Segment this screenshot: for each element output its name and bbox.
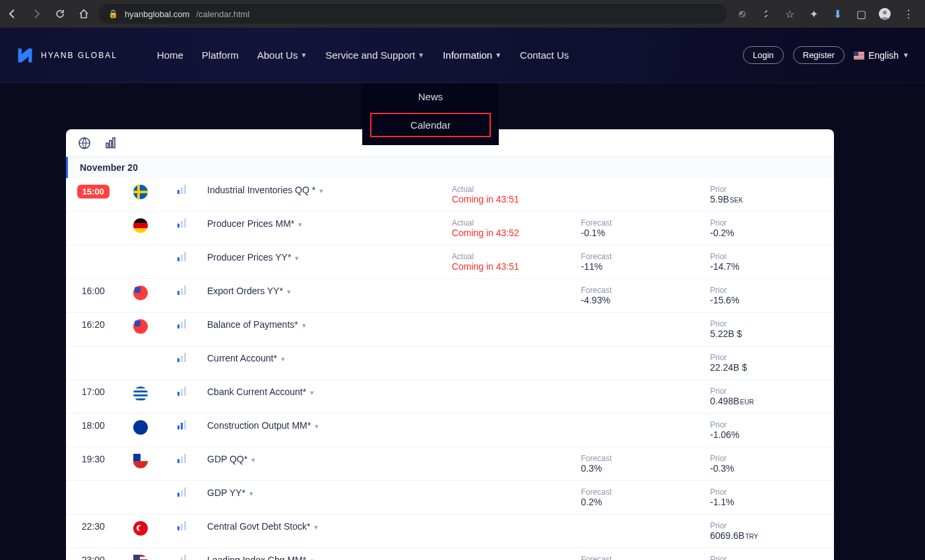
event-name: Industrial Inventories QQ *▾ [202,178,447,212]
calendar-card: November 20 15:00Industrial Inventories … [66,129,834,560]
importance-icon [177,319,186,328]
event-name: Construction Output MM*▾ [202,414,447,447]
chevron-down-icon: ▾ [298,220,302,228]
chevron-down-icon: ▼ [495,51,501,59]
download-icon[interactable]: ⬇ [831,8,843,20]
nav-support[interactable]: Service and Support▼ [325,49,424,61]
prior-label: Prior [710,218,829,228]
forecast-label: Forecast [581,555,700,560]
event-name: Current Account*▾ [202,346,447,380]
site-header: HYANB GLOBAL Home Platform About Us▼ Ser… [0,28,925,83]
prior-value: -14.7% [710,261,739,272]
table-row[interactable]: Producer Prices MM*▾ActualComing in 43:5… [66,212,834,245]
forecast-value: 0.3% [581,463,602,474]
table-row[interactable]: Producer Prices YY*▾ActualComing in 43:5… [66,245,834,279]
forecast-value: 0.2% [581,497,602,507]
nav-about[interactable]: About Us▼ [257,49,307,61]
dropdown-calendar[interactable]: Calendar [370,113,491,137]
actual-value: Coming in 43:51 [452,261,519,272]
prior-value: 5.9BSEK [710,194,743,204]
table-row[interactable]: 16:20Balance of Payments*▾Prior5.22B $ [66,313,834,346]
prior-value: 6069.6BTRY [710,530,758,541]
window-icon[interactable]: ▢ [855,8,867,20]
prior-label: Prior [710,286,829,295]
information-dropdown: News Calendar [362,83,499,145]
actual-label: Actual [452,218,571,228]
forward-icon[interactable] [30,8,42,20]
table-row[interactable]: 23:00Leading Index Chg MM*▾Forecast-0.7%… [66,548,834,561]
importance-icon [177,521,186,530]
forecast-label: Forecast [581,487,700,497]
kebab-icon[interactable]: ⋮ [903,8,914,20]
prior-value: 22.24B $ [710,362,747,373]
forecast-value: -11% [581,261,603,272]
calendar-table: 15:00Industrial Inventories QQ *▾ActualC… [66,178,834,560]
register-button[interactable]: Register [793,46,845,64]
event-name: Central Govt Debt Stock*▾ [202,514,447,548]
table-row[interactable]: 22:30Central Govt Debt Stock*▾Prior6069.… [66,514,834,548]
dropdown-news[interactable]: News [362,83,499,110]
forecast-label: Forecast [581,218,700,228]
importance-icon [177,420,186,429]
chevron-down-icon: ▾ [251,456,255,464]
prior-value: -1.1% [710,497,734,507]
calendar-date: November 20 [66,157,834,178]
nav-home[interactable]: Home [157,49,183,61]
flag-se-icon [133,185,148,199]
svg-rect-4 [110,140,112,148]
table-row[interactable]: Current Account*▾Prior22.24B $ [66,346,834,380]
profile-icon[interactable] [879,8,891,20]
actual-value: Coming in 43:51 [452,194,519,204]
translate-icon[interactable]: ⎋ [736,8,748,20]
lock-icon: 🔒 [108,9,118,18]
nav-platform[interactable]: Platform [202,49,239,61]
language-label: English [868,50,899,61]
chevron-down-icon: ▾ [310,389,314,396]
event-name: GDP YY*▾ [202,481,447,514]
table-row[interactable]: 16:00Export Orders YY*▾Forecast-4.93%Pri… [66,279,834,313]
table-row[interactable]: 17:00Cbank Current Account*▾Prior0.498BE… [66,380,834,414]
importance-icon [177,487,186,497]
reload-icon[interactable] [54,8,66,20]
prior-label: Prior [710,319,829,328]
chevron-down-icon: ▾ [310,557,314,560]
globe-icon[interactable] [78,137,91,150]
star-icon[interactable]: ☆ [784,8,796,20]
event-name: Leading Index Chg MM*▾ [202,548,447,561]
home-icon[interactable] [78,8,90,20]
chevron-down-icon: ▾ [319,187,323,195]
prior-value: 0.498BEUR [710,396,754,406]
svg-rect-3 [106,143,108,148]
nav-information[interactable]: Information▼ [443,49,501,61]
prior-label: Prior [710,387,829,396]
importance-icon [177,454,186,463]
main-nav: Home Platform About Us▼ Service and Supp… [157,49,569,61]
table-row[interactable]: 15:00Industrial Inventories QQ *▾ActualC… [66,178,834,212]
table-row[interactable]: 18:00Construction Output MM*▾Prior-1.06% [66,414,834,447]
forecast-label: Forecast [581,454,700,463]
flag-tr-icon [133,521,148,536]
table-row[interactable]: 19:30GDP QQ*▾Forecast0.3%Prior-0.3% [66,447,834,481]
flag-gr-icon [133,387,148,401]
extensions-icon[interactable]: ✦ [808,8,819,20]
nav-contact[interactable]: Contact Us [520,49,569,61]
share-icon[interactable] [760,8,772,20]
language-selector[interactable]: English ▼ [854,50,909,61]
address-bar[interactable]: 🔒 hyanbglobal.com/calendar.html [99,4,727,24]
logo[interactable]: HYANB GLOBAL [16,46,117,65]
chevron-down-icon: ▾ [315,422,319,430]
chevron-down-icon: ▼ [300,51,307,59]
table-row[interactable]: GDP YY*▾Forecast0.2%Prior-1.1% [66,481,834,514]
flag-us-icon [854,51,864,59]
url-path: /calendar.html [196,9,249,19]
importance-icon [177,286,186,295]
prior-label: Prior [710,521,829,530]
importance-icon [177,218,186,228]
prior-value: -0.3% [710,463,734,474]
flag-cl-icon [133,454,148,468]
login-button[interactable]: Login [743,46,784,64]
chevron-down-icon: ▾ [281,355,285,363]
back-icon[interactable] [7,8,18,20]
forecast-value: -4.93% [581,295,610,305]
chart-icon[interactable] [104,137,117,150]
